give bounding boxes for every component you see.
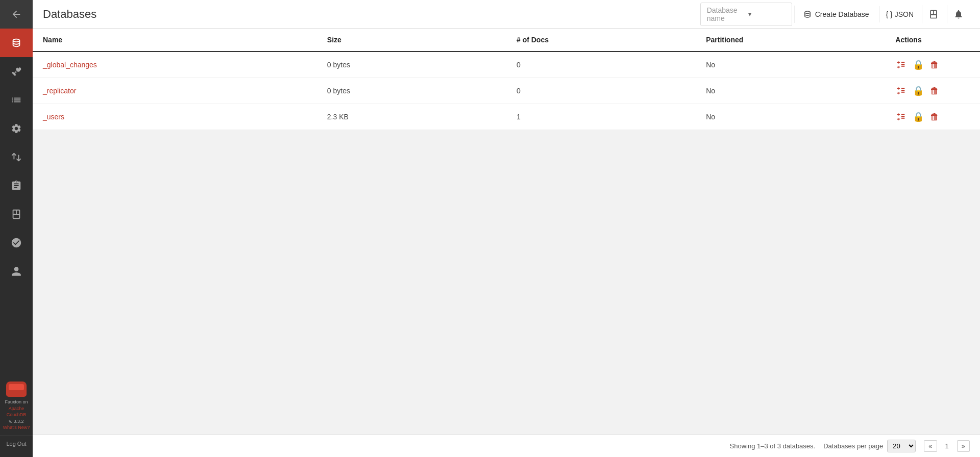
- sidebar-item-databases[interactable]: [0, 29, 33, 57]
- db-name-cell: _global_changes: [33, 52, 317, 78]
- actions-cell: 🔒 🗑: [895, 85, 970, 96]
- db-name-link[interactable]: _replicator: [43, 87, 76, 95]
- col-header-partitioned: Partitioned: [696, 29, 885, 52]
- col-header-docs: # of Docs: [506, 29, 696, 52]
- sidebar-nav: [0, 0, 33, 372]
- databases-table-area: Name Size # of Docs Partitioned Actions …: [33, 29, 980, 435]
- db-size-cell: 0 bytes: [317, 78, 506, 104]
- replicate-icon: [895, 111, 906, 122]
- gear-icon: [11, 123, 22, 134]
- prev-page-button[interactable]: «: [924, 440, 937, 452]
- db-name-cell: _users: [33, 104, 317, 130]
- pagination: « 1 »: [924, 440, 970, 452]
- sidebar-item-replication[interactable]: [0, 143, 33, 171]
- db-size-cell: 2.3 KB: [317, 104, 506, 130]
- db-name-cell: _replicator: [33, 78, 317, 104]
- permissions-button[interactable]: 🔒: [913, 59, 924, 70]
- col-header-actions: Actions: [885, 29, 980, 52]
- notifications-button[interactable]: [947, 5, 970, 23]
- db-partitioned-cell: No: [696, 52, 885, 78]
- dropdown-arrow-icon: ▾: [748, 11, 786, 18]
- replicate-button[interactable]: [895, 111, 906, 122]
- db-name-placeholder: Database name: [707, 6, 744, 22]
- replicate-icon: [895, 85, 906, 96]
- sidebar-bottom: Fauxton on Apache CouchDB v. 3.3.2 What'…: [0, 372, 33, 457]
- documentation-button[interactable]: [922, 5, 945, 23]
- db-actions-cell: 🔒 🗑: [885, 104, 980, 130]
- databases-table: Name Size # of Docs Partitioned Actions …: [33, 29, 980, 130]
- per-page-label: Databases per page: [823, 442, 883, 450]
- db-name-link[interactable]: _users: [43, 113, 64, 121]
- sidebar-logo-section: Fauxton on Apache CouchDB v. 3.3.2 What'…: [3, 377, 30, 435]
- permissions-button[interactable]: 🔒: [913, 85, 924, 96]
- db-actions-cell: 🔒 🗑: [885, 52, 980, 78]
- book-icon: [11, 209, 22, 220]
- db-name-link[interactable]: _global_changes: [43, 61, 97, 69]
- topbar: Databases Database name ▾ Create Databas…: [33, 0, 980, 29]
- col-header-size: Size: [317, 29, 506, 52]
- sidebar-item-user[interactable]: [0, 257, 33, 286]
- table-row: _users 2.3 KB 1 No 🔒 🗑: [33, 104, 980, 130]
- check-circle-icon: [11, 237, 22, 248]
- replication-icon: [11, 151, 22, 163]
- table-header: Name Size # of Docs Partitioned Actions: [33, 29, 980, 52]
- per-page-select: Databases per page 10203050100: [823, 440, 916, 452]
- bell-icon: [953, 9, 964, 19]
- table-row: _replicator 0 bytes 0 No 🔒 🗑: [33, 78, 980, 104]
- db-name-dropdown[interactable]: Database name ▾: [700, 3, 792, 26]
- delete-button[interactable]: 🗑: [930, 86, 939, 96]
- create-database-button[interactable]: Create Database: [794, 6, 877, 23]
- actions-cell: 🔒 🗑: [895, 59, 970, 70]
- sidebar-item-logs[interactable]: [0, 171, 33, 200]
- delete-button[interactable]: 🗑: [930, 60, 939, 70]
- json-button[interactable]: { } JSON: [879, 6, 920, 22]
- whats-new-link[interactable]: What's New?: [3, 425, 30, 430]
- logout-button[interactable]: Log Out: [0, 435, 33, 452]
- showing-count: Showing 1–3 of 3 databases.: [730, 442, 816, 450]
- db-partitioned-cell: No: [696, 104, 885, 130]
- couchdb-logo: [6, 382, 27, 397]
- page-title: Databases: [43, 8, 700, 21]
- main-content: Databases Database name ▾ Create Databas…: [33, 0, 980, 457]
- table-row: _global_changes 0 bytes 0 No 🔒 🗑: [33, 52, 980, 78]
- sidebar: Fauxton on Apache CouchDB v. 3.3.2 What'…: [0, 0, 33, 457]
- table-body: _global_changes 0 bytes 0 No 🔒 🗑 _repl: [33, 52, 980, 130]
- user-icon: [11, 266, 22, 277]
- json-label: { } JSON: [886, 10, 914, 18]
- topbar-actions: Database name ▾ Create Database { } JSON: [700, 3, 970, 26]
- list-icon: [11, 94, 22, 106]
- actions-cell: 🔒 🗑: [895, 111, 970, 122]
- col-header-name: Name: [33, 29, 317, 52]
- docs-icon: [928, 9, 939, 19]
- sidebar-item-documents[interactable]: [0, 86, 33, 114]
- create-db-label: Create Database: [815, 10, 869, 18]
- database-icon: [11, 37, 22, 48]
- db-docs-cell: 0: [506, 78, 696, 104]
- wrench-icon: [11, 66, 22, 77]
- sidebar-item-verify[interactable]: [0, 229, 33, 257]
- db-docs-cell: 1: [506, 104, 696, 130]
- delete-button[interactable]: 🗑: [930, 112, 939, 122]
- per-page-dropdown[interactable]: 10203050100: [887, 440, 916, 452]
- db-partitioned-cell: No: [696, 78, 885, 104]
- db-actions-cell: 🔒 🗑: [885, 78, 980, 104]
- replicate-button[interactable]: [895, 59, 906, 70]
- sidebar-item-tools[interactable]: [0, 57, 33, 86]
- permissions-button[interactable]: 🔒: [913, 111, 924, 122]
- sidebar-item-settings[interactable]: [0, 114, 33, 143]
- current-page: 1: [940, 441, 954, 451]
- create-db-icon: [803, 10, 812, 19]
- sidebar-version-text: Fauxton on Apache CouchDB v. 3.3.2 What'…: [3, 399, 30, 431]
- clipboard-icon: [11, 180, 22, 191]
- sidebar-item-documentation[interactable]: [0, 200, 33, 229]
- sidebar-item-back[interactable]: [0, 0, 33, 29]
- db-docs-cell: 0: [506, 52, 696, 78]
- back-icon: [11, 9, 22, 20]
- replicate-button[interactable]: [895, 85, 906, 96]
- db-size-cell: 0 bytes: [317, 52, 506, 78]
- next-page-button[interactable]: »: [957, 440, 970, 452]
- replicate-icon: [895, 59, 906, 70]
- footer: Showing 1–3 of 3 databases. Databases pe…: [33, 435, 980, 457]
